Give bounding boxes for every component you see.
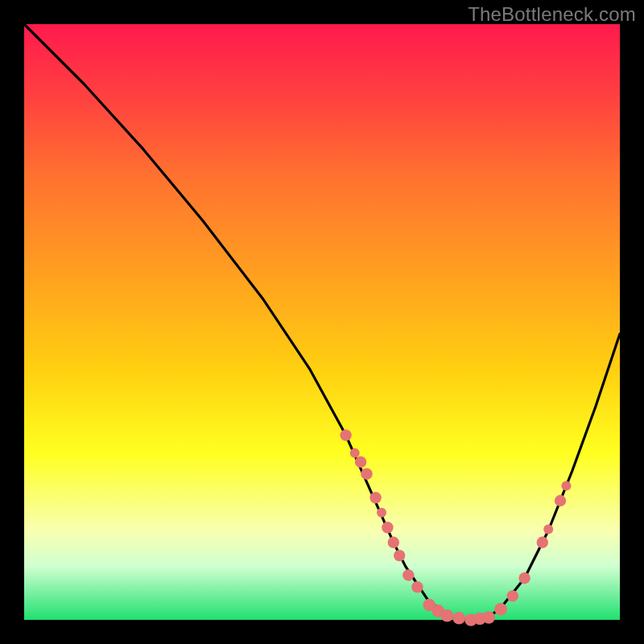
data-marker	[441, 609, 454, 622]
data-marker	[561, 481, 571, 491]
data-marker	[355, 456, 366, 468]
data-marker	[494, 603, 507, 616]
data-marker	[388, 537, 399, 548]
data-marker	[507, 590, 518, 601]
data-marker	[537, 537, 548, 548]
data-marker	[482, 611, 495, 624]
data-marker	[369, 492, 381, 503]
data-marker	[555, 495, 566, 506]
data-markers	[340, 429, 571, 625]
data-marker	[350, 448, 360, 458]
bottleneck-curve-line	[24, 24, 620, 620]
data-marker	[382, 522, 393, 533]
data-marker	[377, 508, 386, 518]
data-marker	[518, 572, 530, 584]
data-marker	[411, 581, 423, 592]
data-marker	[543, 525, 553, 535]
data-marker	[361, 469, 372, 480]
data-marker	[402, 569, 414, 580]
data-marker	[394, 550, 405, 561]
data-marker	[340, 429, 351, 440]
watermark-text: TheBottleneck.com	[468, 3, 636, 26]
chart-svg	[24, 24, 620, 620]
data-marker	[452, 612, 465, 625]
